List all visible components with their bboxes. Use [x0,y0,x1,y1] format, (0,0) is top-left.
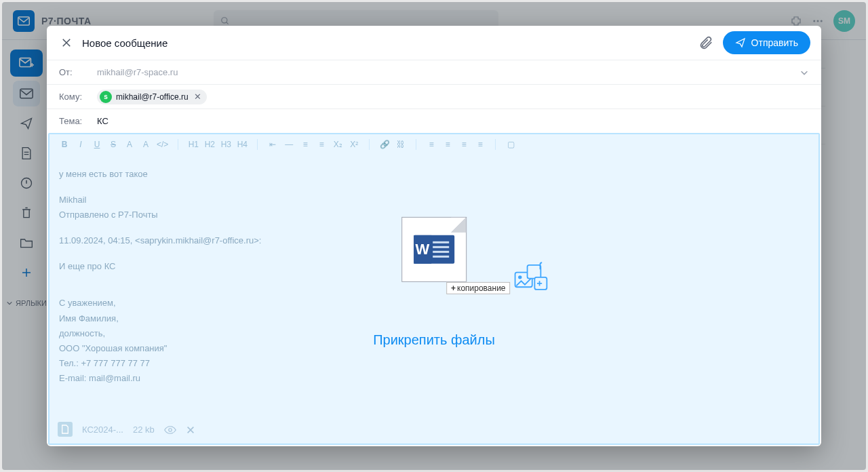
drop-indicator: W +копирование [373,217,495,348]
attachment-item[interactable]: КС2024-... 22 kb [58,422,195,437]
sub-button[interactable]: X₂ [332,140,343,149]
remove-attachment-icon[interactable] [186,424,195,435]
subject-value: КС [97,116,108,126]
ul-button[interactable]: ≡ [316,140,327,149]
align-center-button[interactable]: ≡ [442,140,453,149]
svg-point-15 [168,429,172,432]
align-left-button[interactable]: ≡ [426,140,437,149]
chevron-down-icon[interactable] [800,67,809,78]
chip-avatar: s [100,91,112,103]
sup-button[interactable]: X² [349,140,359,149]
subject-row[interactable]: Тема: КС [47,109,821,133]
media-icons [511,259,548,296]
close-button[interactable] [58,34,75,52]
editor-dropzone[interactable]: B I U S A A </> H1 H2 H3 H4 ⇤ — ≡ ≡ X₂ [48,133,820,445]
link-button[interactable]: 🔗 [379,140,390,149]
subject-label: Тема: [59,116,97,126]
italic-button[interactable]: I [75,140,86,149]
from-value: mikhail@r7-space.ru [97,67,178,77]
align-justify-button[interactable]: ≡ [475,140,486,149]
h3-button[interactable]: H3 [220,140,231,149]
image-button[interactable]: ▢ [505,140,516,149]
indent-button[interactable]: ⇤ [267,140,278,149]
ol-button[interactable]: ≡ [300,140,311,149]
to-row[interactable]: Кому: s mikhail@r7-office.ru ✕ [47,84,821,109]
svg-point-12 [518,275,521,279]
svg-rect-13 [527,265,540,279]
attach-icon[interactable] [698,35,713,50]
h2-button[interactable]: H2 [204,140,215,149]
align-right-button[interactable]: ≡ [458,140,469,149]
attachment-doc-icon [58,422,73,437]
bgcolor-button[interactable]: A [140,140,151,149]
hr-button[interactable]: — [283,140,294,149]
code-button[interactable]: </> [157,140,168,149]
editor-toolbar: B I U S A A </> H1 H2 H3 H4 ⇤ — ≡ ≡ X₂ [50,134,818,155]
copy-tooltip: +копирование [446,282,511,294]
attachment-name: КС2024-... [82,425,123,435]
chip-email: mikhail@r7-office.ru [116,92,189,102]
strike-button[interactable]: S [108,140,119,149]
from-row[interactable]: От: mikhail@r7-space.ru [47,60,821,84]
attach-files-label: Прикрепить файлы [373,332,495,348]
preview-icon[interactable] [164,424,176,435]
textcolor-button[interactable]: A [124,140,135,149]
underline-button[interactable]: U [92,140,102,149]
bold-button[interactable]: B [59,140,70,149]
h1-button[interactable]: H1 [188,140,199,149]
chip-remove-icon[interactable]: ✕ [193,92,203,102]
from-label: От: [59,67,97,77]
h4-button[interactable]: H4 [237,140,248,149]
unlink-button[interactable]: ⛓ [395,140,406,149]
to-label: Кому: [59,92,97,102]
recipient-chip[interactable]: s mikhail@r7-office.ru ✕ [97,90,207,104]
attachment-size: 22 kb [133,425,155,435]
modal-title: Новое сообщение [82,37,167,49]
compose-modal: Новое сообщение Отправить От: mikhail@r7… [47,26,821,446]
send-button[interactable]: Отправить [723,31,810,54]
word-file-icon: W [401,217,467,282]
